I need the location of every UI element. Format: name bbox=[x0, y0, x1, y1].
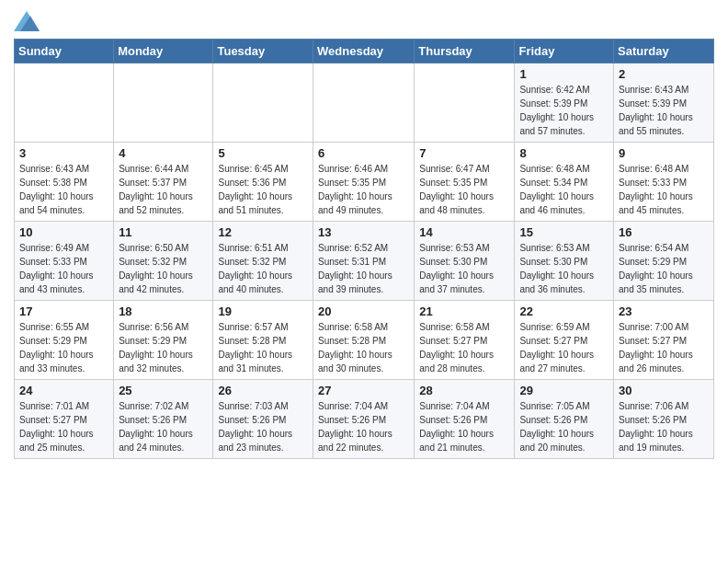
weekday-header-friday: Friday bbox=[515, 40, 614, 63]
calendar-cell: 8Sunrise: 6:48 AM Sunset: 5:34 PM Daylig… bbox=[515, 143, 614, 222]
day-number: 26 bbox=[218, 384, 308, 397]
day-info: Sunrise: 6:43 AM Sunset: 5:38 PM Dayligh… bbox=[19, 162, 108, 217]
day-number: 10 bbox=[19, 225, 108, 239]
day-info: Sunrise: 6:53 AM Sunset: 5:30 PM Dayligh… bbox=[519, 241, 609, 296]
day-number: 11 bbox=[119, 225, 208, 239]
week-row-5: 24Sunrise: 7:01 AM Sunset: 5:27 PM Dayli… bbox=[15, 380, 714, 459]
calendar-cell: 9Sunrise: 6:48 AM Sunset: 5:33 PM Daylig… bbox=[614, 143, 714, 222]
day-info: Sunrise: 6:42 AM Sunset: 5:39 PM Dayligh… bbox=[519, 83, 609, 138]
calendar-cell: 29Sunrise: 7:05 AM Sunset: 5:26 PM Dayli… bbox=[515, 380, 614, 459]
calendar-cell: 23Sunrise: 7:00 AM Sunset: 5:27 PM Dayli… bbox=[614, 301, 714, 380]
day-info: Sunrise: 7:01 AM Sunset: 5:27 PM Dayligh… bbox=[19, 399, 108, 454]
calendar-cell: 6Sunrise: 6:46 AM Sunset: 5:35 PM Daylig… bbox=[313, 143, 415, 222]
day-number: 20 bbox=[318, 304, 409, 318]
day-number: 4 bbox=[119, 146, 208, 160]
calendar-cell bbox=[15, 63, 114, 143]
weekday-header-sunday: Sunday bbox=[15, 40, 114, 63]
weekday-header-saturday: Saturday bbox=[614, 40, 714, 63]
calendar-cell: 27Sunrise: 7:04 AM Sunset: 5:26 PM Dayli… bbox=[313, 380, 415, 459]
weekday-header-wednesday: Wednesday bbox=[313, 40, 415, 63]
day-info: Sunrise: 7:05 AM Sunset: 5:26 PM Dayligh… bbox=[519, 399, 609, 454]
day-info: Sunrise: 6:52 AM Sunset: 5:31 PM Dayligh… bbox=[318, 241, 409, 296]
calendar-cell: 30Sunrise: 7:06 AM Sunset: 5:26 PM Dayli… bbox=[614, 380, 714, 459]
calendar-cell: 14Sunrise: 6:53 AM Sunset: 5:30 PM Dayli… bbox=[415, 222, 515, 301]
calendar-cell: 18Sunrise: 6:56 AM Sunset: 5:29 PM Dayli… bbox=[114, 301, 213, 380]
calendar-cell bbox=[213, 63, 313, 143]
weekday-header-row: SundayMondayTuesdayWednesdayThursdayFrid… bbox=[15, 40, 714, 63]
day-info: Sunrise: 7:00 AM Sunset: 5:27 PM Dayligh… bbox=[619, 320, 709, 375]
calendar-cell: 15Sunrise: 6:53 AM Sunset: 5:30 PM Dayli… bbox=[515, 222, 614, 301]
day-number: 28 bbox=[419, 384, 509, 397]
day-info: Sunrise: 6:48 AM Sunset: 5:34 PM Dayligh… bbox=[519, 162, 609, 217]
day-number: 16 bbox=[619, 225, 709, 239]
calendar-cell: 22Sunrise: 6:59 AM Sunset: 5:27 PM Dayli… bbox=[515, 301, 614, 380]
day-info: Sunrise: 6:45 AM Sunset: 5:36 PM Dayligh… bbox=[218, 162, 308, 217]
calendar: SundayMondayTuesdayWednesdayThursdayFrid… bbox=[14, 39, 714, 459]
day-number: 29 bbox=[519, 384, 609, 397]
calendar-cell: 28Sunrise: 7:04 AM Sunset: 5:26 PM Dayli… bbox=[415, 380, 515, 459]
day-number: 3 bbox=[19, 146, 108, 160]
day-info: Sunrise: 7:04 AM Sunset: 5:26 PM Dayligh… bbox=[318, 399, 409, 454]
day-number: 13 bbox=[318, 225, 409, 239]
day-number: 30 bbox=[619, 384, 709, 397]
day-number: 15 bbox=[519, 225, 609, 239]
calendar-cell bbox=[114, 63, 213, 143]
day-number: 22 bbox=[519, 304, 609, 318]
day-info: Sunrise: 6:51 AM Sunset: 5:32 PM Dayligh… bbox=[218, 241, 308, 296]
day-info: Sunrise: 6:59 AM Sunset: 5:27 PM Dayligh… bbox=[519, 320, 609, 375]
day-number: 25 bbox=[119, 384, 208, 397]
calendar-cell: 3Sunrise: 6:43 AM Sunset: 5:38 PM Daylig… bbox=[15, 143, 114, 222]
day-number: 9 bbox=[619, 146, 709, 160]
day-info: Sunrise: 6:57 AM Sunset: 5:28 PM Dayligh… bbox=[218, 320, 308, 375]
calendar-cell: 19Sunrise: 6:57 AM Sunset: 5:28 PM Dayli… bbox=[213, 301, 313, 380]
day-info: Sunrise: 7:03 AM Sunset: 5:26 PM Dayligh… bbox=[218, 399, 308, 454]
day-info: Sunrise: 6:48 AM Sunset: 5:33 PM Dayligh… bbox=[619, 162, 709, 217]
day-info: Sunrise: 6:55 AM Sunset: 5:29 PM Dayligh… bbox=[19, 320, 108, 375]
day-number: 24 bbox=[19, 384, 108, 397]
weekday-header-monday: Monday bbox=[114, 40, 213, 63]
day-number: 19 bbox=[218, 304, 308, 318]
calendar-cell: 4Sunrise: 6:44 AM Sunset: 5:37 PM Daylig… bbox=[114, 143, 213, 222]
week-row-2: 3Sunrise: 6:43 AM Sunset: 5:38 PM Daylig… bbox=[15, 143, 714, 222]
calendar-cell: 26Sunrise: 7:03 AM Sunset: 5:26 PM Dayli… bbox=[213, 380, 313, 459]
calendar-cell: 1Sunrise: 6:42 AM Sunset: 5:39 PM Daylig… bbox=[515, 63, 614, 143]
day-number: 8 bbox=[519, 146, 609, 160]
day-number: 2 bbox=[619, 67, 709, 81]
calendar-cell bbox=[415, 63, 515, 143]
calendar-cell: 10Sunrise: 6:49 AM Sunset: 5:33 PM Dayli… bbox=[15, 222, 114, 301]
header bbox=[14, 9, 714, 31]
weekday-header-tuesday: Tuesday bbox=[213, 40, 313, 63]
day-number: 14 bbox=[419, 225, 509, 239]
day-number: 21 bbox=[419, 304, 509, 318]
calendar-cell: 13Sunrise: 6:52 AM Sunset: 5:31 PM Dayli… bbox=[313, 222, 415, 301]
day-info: Sunrise: 6:58 AM Sunset: 5:27 PM Dayligh… bbox=[419, 320, 509, 375]
day-info: Sunrise: 7:06 AM Sunset: 5:26 PM Dayligh… bbox=[619, 399, 709, 454]
day-number: 27 bbox=[318, 384, 409, 397]
calendar-cell: 25Sunrise: 7:02 AM Sunset: 5:26 PM Dayli… bbox=[114, 380, 213, 459]
day-number: 6 bbox=[318, 146, 409, 160]
day-info: Sunrise: 7:02 AM Sunset: 5:26 PM Dayligh… bbox=[119, 399, 208, 454]
calendar-cell: 17Sunrise: 6:55 AM Sunset: 5:29 PM Dayli… bbox=[15, 301, 114, 380]
day-info: Sunrise: 6:53 AM Sunset: 5:30 PM Dayligh… bbox=[419, 241, 509, 296]
calendar-cell: 16Sunrise: 6:54 AM Sunset: 5:29 PM Dayli… bbox=[614, 222, 714, 301]
day-info: Sunrise: 6:44 AM Sunset: 5:37 PM Dayligh… bbox=[119, 162, 208, 217]
day-info: Sunrise: 6:46 AM Sunset: 5:35 PM Dayligh… bbox=[318, 162, 409, 217]
day-info: Sunrise: 6:54 AM Sunset: 5:29 PM Dayligh… bbox=[619, 241, 709, 296]
week-row-4: 17Sunrise: 6:55 AM Sunset: 5:29 PM Dayli… bbox=[15, 301, 714, 380]
calendar-cell: 12Sunrise: 6:51 AM Sunset: 5:32 PM Dayli… bbox=[213, 222, 313, 301]
day-info: Sunrise: 6:50 AM Sunset: 5:32 PM Dayligh… bbox=[119, 241, 208, 296]
day-info: Sunrise: 6:47 AM Sunset: 5:35 PM Dayligh… bbox=[419, 162, 509, 217]
day-info: Sunrise: 6:56 AM Sunset: 5:29 PM Dayligh… bbox=[119, 320, 208, 375]
day-info: Sunrise: 6:49 AM Sunset: 5:33 PM Dayligh… bbox=[19, 241, 108, 296]
calendar-cell bbox=[313, 63, 415, 143]
calendar-cell: 11Sunrise: 6:50 AM Sunset: 5:32 PM Dayli… bbox=[114, 222, 213, 301]
day-number: 23 bbox=[619, 304, 709, 318]
weekday-header-thursday: Thursday bbox=[415, 40, 515, 63]
logo-icon bbox=[14, 11, 40, 31]
day-info: Sunrise: 7:04 AM Sunset: 5:26 PM Dayligh… bbox=[419, 399, 509, 454]
page: SundayMondayTuesdayWednesdayThursdayFrid… bbox=[0, 0, 728, 468]
day-info: Sunrise: 6:43 AM Sunset: 5:39 PM Dayligh… bbox=[619, 83, 709, 138]
week-row-3: 10Sunrise: 6:49 AM Sunset: 5:33 PM Dayli… bbox=[15, 222, 714, 301]
day-number: 5 bbox=[218, 146, 308, 160]
day-number: 12 bbox=[218, 225, 308, 239]
